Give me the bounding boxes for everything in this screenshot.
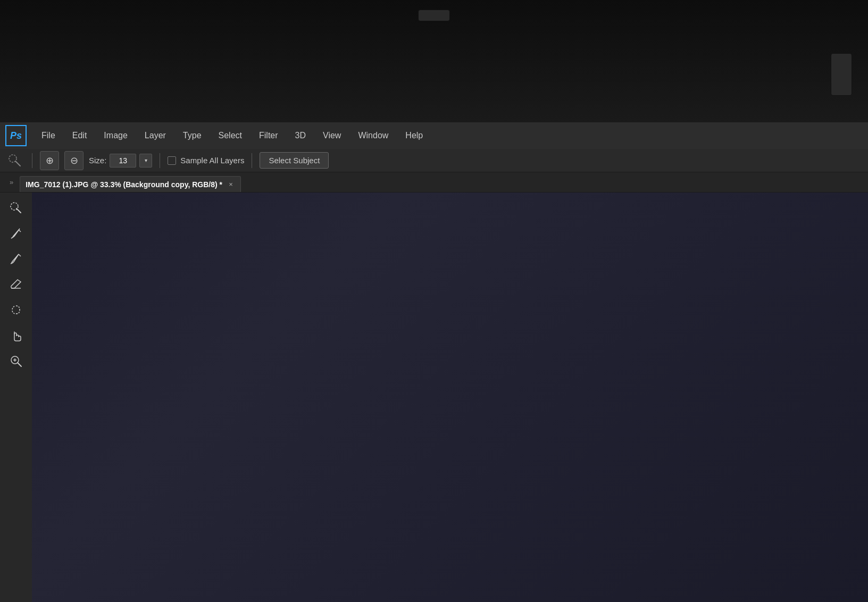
screen: Ps File Edit Image Layer Type Select Fil…	[0, 122, 868, 602]
quick-selection-lefttool[interactable]	[5, 197, 27, 219]
camera-bump	[418, 10, 450, 21]
menu-window[interactable]: Window	[350, 128, 396, 144]
menu-3d[interactable]: 3D	[288, 128, 313, 144]
menu-file[interactable]: File	[34, 128, 63, 144]
ps-logo-text: Ps	[10, 130, 22, 141]
toolbar: ⊕ ⊖ Size: ▾ Sample All Layers Select Sub…	[0, 149, 868, 172]
menu-edit[interactable]: Edit	[65, 128, 95, 144]
document-tab-title: IMG_7012 (1).JPG @ 33.3% (Background cop…	[26, 180, 222, 189]
zoom-lefttool[interactable]	[5, 350, 27, 372]
right-bezel-element	[831, 53, 852, 96]
bezel-top	[0, 0, 868, 122]
menu-select[interactable]: Select	[211, 128, 249, 144]
add-to-selection-button[interactable]: ⊕	[40, 151, 59, 170]
size-label: Size:	[89, 156, 106, 165]
size-control: Size: ▾	[89, 154, 152, 168]
size-input[interactable]	[110, 154, 136, 168]
menu-help[interactable]: Help	[398, 128, 430, 144]
hand-lefttool[interactable]	[5, 324, 27, 347]
svg-line-3	[16, 208, 21, 213]
menu-filter[interactable]: Filter	[252, 128, 286, 144]
lasso-lefttool[interactable]	[5, 299, 27, 321]
menu-image[interactable]: Image	[96, 128, 135, 144]
toolbar-separator-2	[160, 153, 160, 168]
menu-view[interactable]: View	[315, 128, 348, 144]
svg-line-8	[18, 363, 21, 366]
active-document-tab[interactable]: IMG_7012 (1).JPG @ 33.3% (Background cop…	[20, 176, 241, 192]
subtract-from-selection-button[interactable]: ⊖	[64, 151, 84, 170]
sample-all-layers-control[interactable]: Sample All Layers	[168, 156, 244, 165]
document-tab-close-button[interactable]: ×	[227, 180, 235, 189]
toolbar-separator-1	[32, 153, 32, 168]
paint-lefttool[interactable]	[5, 248, 27, 270]
svg-line-4	[19, 230, 21, 232]
svg-line-1	[15, 161, 20, 166]
quick-selection-tool-icon	[5, 151, 24, 170]
size-dropdown[interactable]: ▾	[139, 154, 152, 168]
left-toolpanel	[0, 193, 32, 602]
menu-type[interactable]: Type	[176, 128, 209, 144]
brush-lefttool[interactable]	[5, 222, 27, 245]
menubar: Ps File Edit Image Layer Type Select Fil…	[0, 122, 868, 149]
select-subject-button[interactable]: Select Subject	[260, 152, 329, 169]
sample-all-layers-checkbox[interactable]	[168, 156, 176, 165]
menu-layer[interactable]: Layer	[137, 128, 173, 144]
ps-logo: Ps	[5, 125, 27, 146]
eraser-lefttool[interactable]	[5, 273, 27, 296]
more-tabs-icon[interactable]: »	[5, 176, 18, 188]
sample-all-layers-label: Sample All Layers	[180, 156, 244, 165]
tabs-bar: » IMG_7012 (1).JPG @ 33.3% (Background c…	[0, 172, 868, 193]
canvas-area[interactable]	[32, 193, 868, 602]
toolbar-separator-3	[252, 153, 252, 168]
